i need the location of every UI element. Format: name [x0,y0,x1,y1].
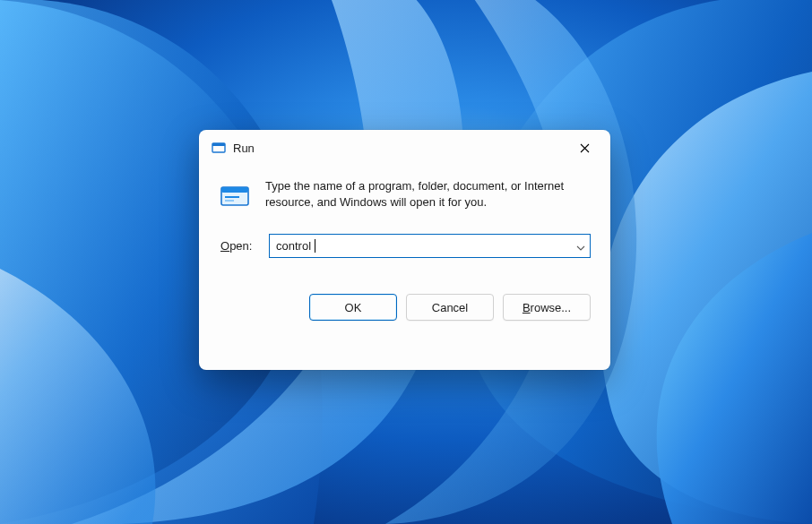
open-input[interactable] [269,234,591,258]
dialog-description: Type the name of a program, folder, docu… [265,178,591,212]
svg-rect-4 [221,187,248,193]
svg-rect-2 [212,143,225,146]
dialog-content: Type the name of a program, folder, docu… [199,166,610,221]
svg-rect-6 [225,200,234,202]
text-caret [315,239,315,253]
run-dialog: Run Type the name of a program, folder, … [199,130,610,370]
dialog-button-row: OK Cancel Browse... [199,294,610,321]
browse-button[interactable]: Browse... [503,294,591,321]
title-bar: Run [199,130,610,166]
open-combobox[interactable] [269,234,591,258]
ok-button[interactable]: OK [309,294,397,321]
close-button[interactable] [564,133,605,162]
dialog-title: Run [233,142,564,155]
open-input-row: Open: [199,228,610,263]
close-icon [580,143,590,153]
run-icon [212,141,226,155]
open-label: Open: [220,239,258,253]
run-icon-large [219,180,251,212]
svg-rect-5 [225,196,239,198]
cancel-button[interactable]: Cancel [406,294,494,321]
